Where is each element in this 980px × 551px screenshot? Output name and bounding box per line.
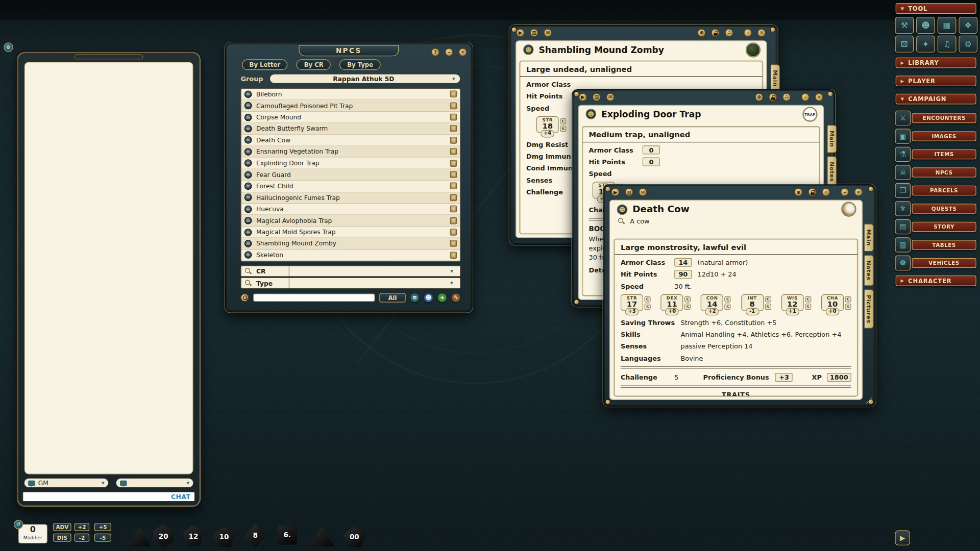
armor-class-value[interactable]: 14 (674, 258, 692, 266)
ability-save-button[interactable]: S (560, 126, 566, 132)
npc-list-item[interactable]: ☠Fear Guard (241, 169, 460, 181)
minimize-icon[interactable]: – (744, 29, 752, 37)
search-input[interactable] (253, 293, 375, 302)
tool-icon-modifiers[interactable]: ❖ (959, 17, 977, 34)
edit-list-icon[interactable]: ✎ (451, 293, 460, 302)
book-icon[interactable]: ▥ (625, 188, 633, 196)
lock-icon[interactable] (769, 93, 777, 101)
share-record-icon[interactable]: ☻ (424, 293, 433, 302)
tool-icon-sound[interactable]: ♫ (938, 36, 957, 53)
cr-filter-dropdown[interactable]: ▾ (289, 266, 456, 277)
chat-identity-dropdown[interactable]: ▾ (116, 478, 194, 488)
skills-value[interactable]: Animal Handling +4, Athletics +6, Percep… (680, 330, 841, 338)
resize-grip[interactable] (864, 395, 872, 404)
cr-filter[interactable]: CR ▾ (240, 265, 460, 277)
pointer-icon[interactable]: ▶ (516, 29, 524, 37)
modifier-box[interactable]: 0 Modifier (18, 524, 48, 543)
die-d10[interactable]: 10 (213, 527, 235, 547)
minimize-icon[interactable]: – (841, 188, 849, 196)
challenge-value[interactable]: 5 (674, 373, 703, 381)
npc-title[interactable]: Shambling Mound Zomby (539, 45, 664, 55)
record-link-icon[interactable] (450, 148, 457, 155)
disadvantage-button[interactable]: DIS (53, 534, 71, 542)
ability-check-button[interactable]: C (560, 118, 566, 124)
sidebar-item-npcs[interactable]: NPCS (912, 167, 976, 178)
sidebar-item-vehicles[interactable]: VEHICLES (912, 258, 976, 268)
npc-subtitle[interactable]: A cow (630, 217, 649, 225)
tab-by-type[interactable]: By Type (339, 59, 380, 70)
tool-icon-dice-tower[interactable]: ⚄ (895, 36, 914, 53)
play-button[interactable]: ▶ (895, 531, 910, 545)
sidebar-section-campaign[interactable]: ▼ CAMPAIGN (896, 94, 976, 105)
npc-list-item[interactable]: ☠Shambling Mound Zomby (241, 238, 460, 250)
share-icon[interactable]: ∴ (822, 188, 830, 196)
search-icon[interactable] (618, 218, 625, 224)
npc-list-item[interactable]: ☠Corpse Mound (241, 112, 460, 123)
npcs-icon[interactable]: ☠ (895, 165, 911, 180)
tool-icon-tools[interactable]: ⚒ (895, 17, 914, 34)
npc-portrait[interactable] (746, 42, 761, 57)
record-link-icon[interactable] (450, 206, 457, 212)
sidebar-section-tool[interactable]: ▼ TOOL (896, 3, 976, 14)
chat-input[interactable]: CHAT (22, 492, 195, 502)
record-link-icon[interactable] (450, 217, 457, 224)
ability-check-button[interactable]: C (684, 296, 691, 302)
ability-save-button[interactable]: S (725, 304, 731, 310)
plus2-button[interactable]: +2 (75, 523, 89, 531)
ability-str[interactable]: STR17+3 CS (621, 294, 651, 316)
ability-con[interactable]: CON14+2 CS (701, 294, 731, 316)
ability-int[interactable]: INT8-1 CS (741, 294, 771, 316)
quests-icon[interactable]: ⚜ (895, 201, 911, 216)
advantage-button[interactable]: ADV (53, 523, 71, 531)
proficiency-value[interactable]: +3 (775, 372, 793, 381)
book-icon[interactable]: ▥ (593, 93, 601, 101)
sidebar-item-story[interactable]: STORY (912, 222, 976, 232)
npc-portrait-cow[interactable] (841, 202, 856, 217)
ability-check-button[interactable]: C (845, 296, 851, 302)
encounters-icon[interactable]: ⚔ (895, 111, 911, 126)
items-icon[interactable]: ⚗ (895, 147, 911, 162)
ability-cha[interactable]: CHA10+0 CS (821, 294, 851, 316)
lock-icon[interactable] (808, 188, 816, 196)
tool-icon-party[interactable]: ☻ (916, 17, 935, 34)
npc-list-item[interactable]: ☠Magical Aviophobia Trap (241, 215, 460, 227)
record-link-icon[interactable] (450, 125, 457, 132)
npc-list-item[interactable]: ☠Bileborn (241, 89, 460, 101)
npc-list-item[interactable]: ☠Camouflaged Poisoned Pit Trap (241, 100, 460, 112)
languages-value[interactable]: Bovine (680, 354, 703, 362)
tab-pictures[interactable]: Pictures (864, 289, 873, 329)
ability-check-button[interactable]: C (765, 296, 771, 302)
tab-main[interactable]: Main (864, 223, 873, 252)
ability-save-button[interactable]: S (644, 304, 650, 310)
tool-icon-calendar[interactable]: ▦ (938, 17, 957, 34)
tab-notes[interactable]: Notes (864, 255, 873, 286)
xp-value[interactable]: 1800 (827, 372, 851, 381)
tool-icon-options[interactable]: ⚙ (959, 36, 977, 53)
chat-link-icon[interactable]: ✉ (639, 188, 647, 196)
ability-dex[interactable]: DEX11+0 CS (661, 294, 691, 316)
pointer-icon[interactable]: ▶ (611, 188, 620, 196)
hit-points-value[interactable]: 0 (643, 157, 660, 166)
chat-log[interactable] (24, 61, 194, 475)
share-icon[interactable]: ∴ (725, 29, 733, 37)
tab-main[interactable]: Main (771, 64, 780, 92)
record-link-icon[interactable] (450, 171, 457, 178)
images-icon[interactable]: ▣ (895, 129, 911, 143)
record-link-icon[interactable] (450, 229, 457, 235)
die-d8[interactable]: 8 (244, 523, 266, 548)
npc-list-item[interactable]: ☠Hallucinogenic Fumes Trap (241, 192, 460, 204)
zoom-icon[interactable]: ⊕ (794, 188, 802, 196)
record-link-icon[interactable] (450, 114, 457, 120)
help-icon[interactable]: ? (431, 48, 439, 56)
close-icon[interactable]: ✕ (815, 93, 823, 101)
tab-notes[interactable]: Notes (827, 156, 837, 187)
sidebar-section-player[interactable]: ▶ PLAYER (896, 76, 976, 86)
record-link-icon[interactable] (450, 252, 457, 258)
tab-by-letter[interactable]: By Letter (242, 59, 288, 70)
npc-list-item[interactable]: ☠Magical Mold Spores Trap (241, 227, 460, 238)
lock-icon[interactable] (711, 29, 719, 37)
sidebar-item-items[interactable]: ITEMS (912, 149, 976, 160)
ability-check-button[interactable]: C (725, 296, 731, 302)
armor-class-value[interactable]: 0 (643, 145, 660, 154)
ability-save-button[interactable]: S (684, 304, 691, 310)
